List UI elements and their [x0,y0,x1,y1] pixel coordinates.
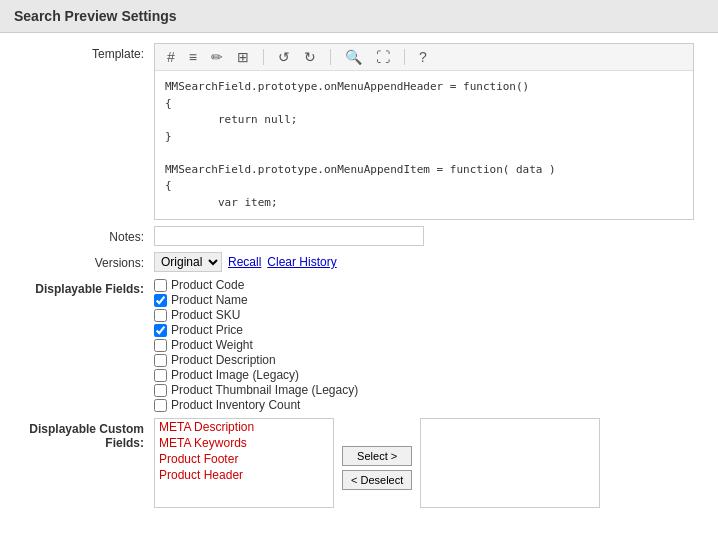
notes-row: Notes: [14,226,704,246]
notes-label: Notes: [14,226,154,244]
field-product-code[interactable]: Product Code [154,278,358,292]
custom-field-product-header[interactable]: Product Header [155,467,333,483]
displayable-fields-row: Displayable Fields: Product Code Product… [14,278,704,412]
field-product-name-checkbox[interactable] [154,294,167,307]
toolbar-help-btn[interactable]: ? [415,48,431,66]
notes-input[interactable] [154,226,424,246]
toolbar-hash-btn[interactable]: # [163,48,179,66]
field-product-price-checkbox[interactable] [154,324,167,337]
field-product-name-label: Product Name [171,293,248,307]
field-product-inventory-count[interactable]: Product Inventory Count [154,398,358,412]
displayable-fields-label: Displayable Fields: [14,278,154,296]
field-product-image-legacy[interactable]: Product Image (Legacy) [154,368,358,382]
versions-row: Versions: Original Recall Clear History [14,252,704,272]
field-product-inventory-count-checkbox[interactable] [154,399,167,412]
field-product-code-checkbox[interactable] [154,279,167,292]
field-product-thumbnail-legacy-label: Product Thumbnail Image (Legacy) [171,383,358,397]
code-line-1: MMSearchField.prototype.onMenuAppendHead… [165,79,683,96]
field-product-price-label: Product Price [171,323,243,337]
field-product-sku-checkbox[interactable] [154,309,167,322]
deselect-button[interactable]: < Deselect [342,470,412,490]
custom-fields-controls: META Description META Keywords Product F… [154,418,600,508]
custom-fields-row: Displayable Custom Fields: META Descript… [14,418,704,508]
code-line-8: var item; [165,195,683,212]
selected-list-box[interactable] [420,418,600,508]
toolbar-search-btn[interactable]: 🔍 [341,48,366,66]
custom-field-meta-desc[interactable]: META Description [155,419,333,435]
versions-select[interactable]: Original [154,252,222,272]
clear-history-link[interactable]: Clear History [267,255,336,269]
code-line-5 [165,145,683,162]
field-product-name[interactable]: Product Name [154,293,358,307]
select-deselect-buttons: Select > < Deselect [342,418,412,490]
field-product-price[interactable]: Product Price [154,323,358,337]
field-product-weight[interactable]: Product Weight [154,338,358,352]
code-line-7: { [165,178,683,195]
versions-controls: Original Recall Clear History [154,252,337,272]
template-row: Template: # ≡ ✏ ⊞ ↺ ↻ 🔍 ⛶ ? MMSe [14,43,704,220]
toolbar-lines-btn[interactable]: ≡ [185,48,201,66]
field-product-sku-label: Product SKU [171,308,240,322]
field-product-code-label: Product Code [171,278,244,292]
field-product-description-label: Product Description [171,353,276,367]
template-label: Template: [14,43,154,61]
select-button[interactable]: Select > [342,446,412,466]
toolbar-redo-btn[interactable]: ↻ [300,48,320,66]
field-product-weight-label: Product Weight [171,338,253,352]
code-line-4: } [165,129,683,146]
field-product-description[interactable]: Product Description [154,353,358,367]
toolbar-edit-btn[interactable]: ✏ [207,48,227,66]
custom-field-product-footer[interactable]: Product Footer [155,451,333,467]
checkbox-group: Product Code Product Name Product SKU Pr… [154,278,358,412]
toolbar-divider-1 [263,49,264,65]
page-wrapper: Search Preview Settings Template: # ≡ ✏ … [0,0,718,540]
field-product-sku[interactable]: Product SKU [154,308,358,322]
page-header: Search Preview Settings [0,0,718,33]
page-title: Search Preview Settings [14,8,177,24]
toolbar-divider-2 [330,49,331,65]
code-line-6: MMSearchField.prototype.onMenuAppendItem… [165,162,683,179]
toolbar-undo-btn[interactable]: ↺ [274,48,294,66]
versions-label: Versions: [14,252,154,270]
code-line-3: return null; [165,112,683,129]
available-list-box[interactable]: META Description META Keywords Product F… [154,418,334,508]
toolbar-fullscreen-btn[interactable]: ⛶ [372,48,394,66]
code-line-2: { [165,96,683,113]
toolbar-divider-3 [404,49,405,65]
recall-link[interactable]: Recall [228,255,261,269]
editor-toolbar: # ≡ ✏ ⊞ ↺ ↻ 🔍 ⛶ ? [155,44,693,71]
field-product-description-checkbox[interactable] [154,354,167,367]
field-product-thumbnail-legacy[interactable]: Product Thumbnail Image (Legacy) [154,383,358,397]
custom-fields-label: Displayable Custom Fields: [14,418,154,450]
toolbar-grid-btn[interactable]: ⊞ [233,48,253,66]
content-area: Template: # ≡ ✏ ⊞ ↺ ↻ 🔍 ⛶ ? MMSe [0,33,718,524]
custom-field-meta-keywords[interactable]: META Keywords [155,435,333,451]
editor-content[interactable]: MMSearchField.prototype.onMenuAppendHead… [155,71,693,219]
field-product-thumbnail-legacy-checkbox[interactable] [154,384,167,397]
field-product-image-legacy-label: Product Image (Legacy) [171,368,299,382]
field-product-inventory-count-label: Product Inventory Count [171,398,300,412]
field-product-image-legacy-checkbox[interactable] [154,369,167,382]
field-product-weight-checkbox[interactable] [154,339,167,352]
template-editor: # ≡ ✏ ⊞ ↺ ↻ 🔍 ⛶ ? MMSearchField.prototyp… [154,43,694,220]
